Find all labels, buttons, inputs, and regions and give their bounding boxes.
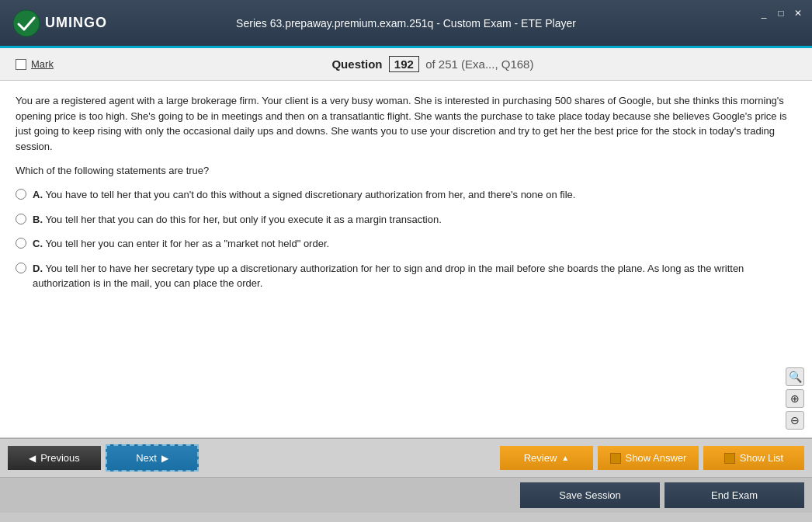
answer-text-a: A. You have to tell her that you can't d… <box>33 187 575 203</box>
window-controls: _ □ ✕ <box>758 8 804 19</box>
restore-button[interactable]: □ <box>775 8 787 19</box>
bottom-action-bar: Save Session End Exam <box>0 477 812 513</box>
question-of: of 251 (Exa..., Q168) <box>425 57 533 71</box>
review-button[interactable]: Review ▲ <box>500 446 593 470</box>
question-which: Which of the following statements are tr… <box>16 165 796 176</box>
svg-point-0 <box>13 10 40 37</box>
show-list-label: Show List <box>740 452 783 464</box>
title-bar: UMINGO Series 63.prepaway.premium.exam.2… <box>0 0 812 48</box>
zoom-out-button[interactable]: ⊖ <box>786 411 804 430</box>
next-label: Next <box>136 452 157 464</box>
end-exam-label: End Exam <box>711 489 758 501</box>
zoom-controls: 🔍 ⊕ ⊖ <box>786 367 804 430</box>
bottom-nav: ◀ Previous Next ▶ Review ▲ Show Answer S… <box>0 438 812 477</box>
chevron-up-icon: ▲ <box>561 454 569 462</box>
main-content: You are a registered agent with a large … <box>0 81 812 438</box>
header-bar: Mark Question 192 of 251 (Exa..., Q168) <box>0 48 812 81</box>
minimize-button[interactable]: _ <box>758 8 770 19</box>
search-button[interactable]: 🔍 <box>786 367 804 386</box>
logo-area: UMINGO <box>12 9 107 37</box>
answer-option-c: C. You tell her you can enter it for her… <box>16 236 796 252</box>
question-info: Question 192 of 251 (Exa..., Q168) <box>69 56 796 72</box>
answer-option-a: A. You have to tell her that you can't d… <box>16 187 796 203</box>
question-label: Question <box>331 57 382 71</box>
left-arrow-icon: ◀ <box>29 453 36 464</box>
show-answer-button[interactable]: Show Answer <box>598 446 699 470</box>
end-exam-button[interactable]: End Exam <box>665 482 804 508</box>
next-button[interactable]: Next ▶ <box>106 444 199 472</box>
previous-button[interactable]: ◀ Previous <box>8 446 101 470</box>
review-label: Review <box>524 452 557 464</box>
answer-option-d: D. You tell her to have her secretary ty… <box>16 261 796 291</box>
mark-label[interactable]: Mark <box>31 58 54 70</box>
close-button[interactable]: ✕ <box>792 8 804 19</box>
mark-area: Mark <box>16 58 54 70</box>
radio-d[interactable] <box>16 263 26 273</box>
answer-text-c: C. You tell her you can enter it for her… <box>33 236 329 252</box>
window-title: Series 63.prepaway.premium.exam.251q - C… <box>236 17 576 30</box>
show-answer-icon <box>610 453 621 464</box>
save-session-button[interactable]: Save Session <box>520 482 660 508</box>
radio-a[interactable] <box>16 189 26 200</box>
show-answer-label: Show Answer <box>626 452 687 464</box>
answer-text-d: D. You tell her to have her secretary ty… <box>33 261 796 291</box>
show-list-button[interactable]: Show List <box>703 446 804 470</box>
mark-checkbox[interactable] <box>16 59 26 70</box>
radio-c[interactable] <box>16 238 26 249</box>
right-arrow-icon: ▶ <box>161 453 168 464</box>
question-number: 192 <box>389 56 419 72</box>
question-body: You are a registered agent with a large … <box>16 93 796 154</box>
previous-label: Previous <box>40 452 80 464</box>
logo-text: UMINGO <box>45 15 107 31</box>
zoom-in-button[interactable]: ⊕ <box>786 389 804 408</box>
answer-text-b: B. You tell her that you can do this for… <box>33 212 442 228</box>
show-list-icon <box>724 453 735 464</box>
save-session-label: Save Session <box>559 489 621 501</box>
radio-b[interactable] <box>16 214 26 224</box>
logo-icon <box>12 9 40 37</box>
answer-option-b: B. You tell her that you can do this for… <box>16 212 796 228</box>
